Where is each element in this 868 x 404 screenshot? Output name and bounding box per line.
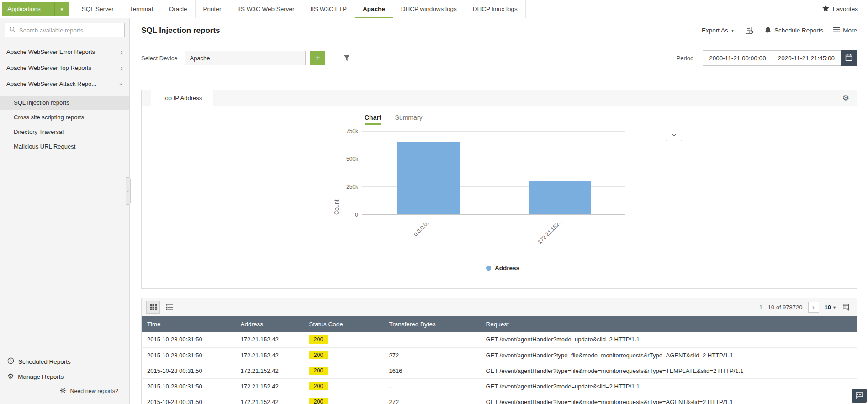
- period-to-value[interactable]: 2020-11-21 21:45:00: [772, 55, 841, 62]
- sidebar-item-malicious-url-request[interactable]: Malicious URL Request: [0, 139, 129, 154]
- report-panel: Top IP Address ⚙ ChartSummary Count 750k…: [141, 90, 857, 289]
- applications-label: Applications: [2, 2, 54, 16]
- more-button[interactable]: More: [833, 27, 857, 34]
- manage-reports-link[interactable]: ⚙ Manage Reports: [0, 369, 129, 384]
- table-row[interactable]: 2015-10-28 00:31:50172.21.152.422001616G…: [142, 363, 857, 378]
- legend-label: Address: [495, 265, 519, 271]
- sidebar-footer: Scheduled Reports ⚙ Manage Reports Need …: [0, 354, 129, 404]
- table-row[interactable]: 2015-10-28 00:31:50172.21.152.42200-GET …: [142, 378, 857, 394]
- cell-status-code: 200: [304, 394, 384, 404]
- search-input[interactable]: [19, 27, 120, 34]
- schedule-reports-button[interactable]: Schedule Reports: [765, 27, 823, 35]
- table-row[interactable]: 2015-10-28 00:31:50172.21.152.42200272GE…: [142, 394, 857, 404]
- divider: [333, 52, 333, 64]
- sidebar-group-apache-webserver-error-reports[interactable]: Apache WebServer Error Reports›: [0, 44, 129, 60]
- filter-icon[interactable]: [342, 53, 352, 63]
- sidebar-group-label: Apache WebServer Top Reports: [6, 64, 91, 71]
- cell-status-code: 200: [304, 363, 384, 378]
- cell-address: 172.21.152.42: [235, 378, 304, 394]
- star-icon: [822, 5, 829, 13]
- column-header-request[interactable]: Request: [481, 316, 857, 332]
- grid-view-icon[interactable]: [146, 301, 160, 314]
- app-tab-oracle[interactable]: Oracle: [161, 0, 195, 18]
- export-table-icon[interactable]: [841, 302, 852, 313]
- column-header-address[interactable]: Address: [235, 316, 304, 332]
- sidebar-item-cross-site-scripting-reports[interactable]: Cross site scripting reports: [0, 110, 129, 125]
- status-badge: 200: [309, 351, 328, 359]
- device-select-input[interactable]: Apache: [185, 51, 306, 65]
- list-view-icon[interactable]: [163, 301, 176, 314]
- clock-icon: [7, 357, 14, 366]
- legend-dot: [486, 266, 491, 271]
- column-header-status-code[interactable]: Status Code: [304, 316, 384, 332]
- chart-legend[interactable]: Address: [486, 265, 519, 271]
- y-axis-ticks: 750k 500k 250k 0: [342, 131, 362, 215]
- app-tab-terminal[interactable]: Terminal: [122, 0, 161, 18]
- scheduled-reports-link[interactable]: Scheduled Reports: [0, 354, 129, 369]
- bar-chart: Count 750k 500k 250k 0 0.0.0.0...172.21.…: [333, 131, 857, 215]
- app-tab-dhcp-linux-logs[interactable]: DHCP linux logs: [465, 0, 526, 18]
- period-label: Period: [677, 55, 694, 62]
- bar-0-0-0-0[interactable]: [397, 142, 460, 214]
- gear-icon: ⚙: [7, 373, 14, 380]
- sidebar-groups: Apache WebServer Error Reports›Apache We…: [0, 44, 129, 156]
- favorites-button[interactable]: Favorites: [822, 5, 868, 13]
- sidebar-collapse-handle[interactable]: ‹: [126, 177, 131, 205]
- chart-options-dropdown[interactable]: [666, 128, 682, 141]
- app-tab-iis-w3c-web-server[interactable]: IIS W3C Web Server: [229, 0, 302, 18]
- app-tab-dhcp-windows-logs[interactable]: DHCP windows logs: [393, 0, 465, 18]
- view-tabs: ChartSummary: [365, 106, 857, 125]
- app-tab-apache[interactable]: Apache: [355, 0, 393, 18]
- status-badge: 200: [309, 367, 328, 375]
- favorites-label: Favorites: [832, 5, 858, 12]
- app-tab-iis-w3c-ftp[interactable]: IIS W3C FTP: [302, 0, 355, 18]
- bar-172-21-152[interactable]: [529, 181, 591, 214]
- cell-time: 2015-10-28 00:31:50: [142, 347, 235, 363]
- table-row[interactable]: 2015-10-28 00:31:50172.21.152.42200272GE…: [142, 347, 857, 363]
- export-as-button[interactable]: Export As ▾: [702, 27, 734, 34]
- column-header-time[interactable]: Time: [142, 316, 235, 332]
- gear-icon[interactable]: ⚙: [842, 93, 857, 103]
- column-header-transfered-bytes[interactable]: Transfered Bytes: [384, 316, 481, 332]
- page-size-select[interactable]: 10 ▾: [825, 304, 836, 311]
- calendar-button[interactable]: [841, 50, 857, 66]
- view-tab-chart[interactable]: Chart: [365, 114, 381, 125]
- period-picker: Period 2000-11-21 00:00:00 2020-11-21 21…: [677, 50, 857, 66]
- add-device-button[interactable]: +: [310, 51, 325, 65]
- applications-menu-button[interactable]: Applications ▾: [2, 2, 69, 16]
- filter-row: Select Device Apache + Period 2000-11-21…: [130, 43, 868, 66]
- next-page-button[interactable]: ›: [808, 302, 819, 313]
- table-header-row: TimeAddressStatus CodeTransfered BytesRe…: [142, 316, 857, 332]
- chevron-down-icon: ▾: [731, 28, 734, 33]
- table-toolbar: 1 - 10 of 978720 › 10 ▾: [141, 298, 857, 316]
- tab-top-ip-address[interactable]: Top IP Address: [151, 90, 213, 106]
- chat-button[interactable]: [852, 389, 867, 403]
- view-tab-summary[interactable]: Summary: [395, 114, 423, 125]
- sidebar-group-apache-webserver-top-reports[interactable]: Apache WebServer Top Reports›: [0, 60, 129, 76]
- sidebar-group-apache-webserver-attack-repo[interactable]: Apache WebServer Attack Repo...›: [0, 76, 129, 92]
- table-row[interactable]: 2015-10-28 00:31:50172.21.152.42200-GET …: [142, 332, 857, 347]
- sidebar-group-items: SQL Injection reportsCross site scriptin…: [0, 92, 129, 156]
- report-export-icon[interactable]: [744, 25, 755, 36]
- sidebar-item-sql-injection-reports[interactable]: SQL Injection reports: [0, 96, 129, 110]
- x-axis-label: 0.0.0.0...: [413, 218, 432, 238]
- manage-reports-label: Manage Reports: [18, 373, 64, 380]
- app-tab-printer[interactable]: Printer: [195, 0, 229, 18]
- chevron-down-icon: ▾: [54, 2, 69, 16]
- chevron-right-icon: ›: [812, 303, 815, 311]
- chevron-down-icon: [672, 131, 677, 138]
- period-range-box: 2000-11-21 00:00:00 2020-11-21 21:45:00: [703, 50, 857, 66]
- need-new-reports-link[interactable]: Need new reports?: [0, 384, 129, 399]
- cell-request: GET /event/agentHandler?type=file&mode=m…: [481, 394, 857, 404]
- gridline: [362, 131, 625, 132]
- period-from-value[interactable]: 2000-11-21 00:00:00: [703, 55, 772, 62]
- chevron-right-icon: ›: [121, 64, 123, 71]
- bar-plot: 0.0.0.0...172.21.152...: [362, 131, 625, 215]
- calendar-icon: [845, 54, 852, 63]
- cell-time: 2015-10-28 00:31:50: [142, 363, 235, 378]
- app-tab-sql-server[interactable]: SQL Server: [74, 0, 122, 18]
- pagination-range: 1 - 10 of 978720: [759, 304, 803, 311]
- cell-status-code: 200: [304, 332, 384, 347]
- sidebar-item-directory-traversal[interactable]: Directory Traversal: [0, 125, 129, 139]
- results-table: TimeAddressStatus CodeTransfered BytesRe…: [141, 316, 857, 404]
